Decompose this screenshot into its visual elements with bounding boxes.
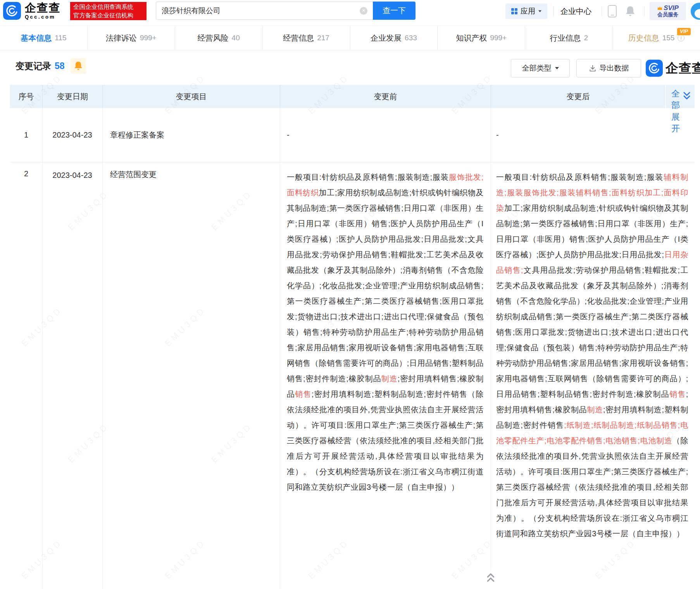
changed-text-highlight: 制造 [381,374,398,383]
enterprise-center-link[interactable]: 企业中心 [560,0,591,22]
tab-label: 行业信息 [550,33,581,43]
mobile-app-icon[interactable] [608,5,617,17]
collapse-row-control[interactable] [485,572,496,584]
tab-label: 基本信息 [21,33,52,43]
changed-text-highlight: 销售 [669,390,686,398]
search-button[interactable]: 查一下 [373,2,416,20]
tab-count: 999+ [140,34,157,42]
tab-企业发展[interactable]: 企业发展633 [350,26,438,50]
cell-date: 2023-04-23 [42,129,102,141]
col-header-item: 变更项目 [102,85,280,108]
divider [553,6,554,16]
export-data-button[interactable]: 导出数据 [576,59,641,78]
tab-经营信息[interactable]: 经营信息217 [262,26,350,50]
info-icon[interactable]: i [678,34,684,41]
qcc-brand[interactable]: 企查查 Qcc.com [25,2,61,20]
double-chevron-down-icon [682,91,691,134]
bell-icon [74,61,83,71]
brand-domain: Qcc.com [25,14,61,20]
changed-text-highlight: 制造 [587,405,603,414]
table-row: 12023-04-23章程修正案备案-- [10,108,695,162]
tab-label: 企业发展 [371,33,402,43]
notification-bell-icon[interactable] [625,5,636,19]
tab-count: 999+ [490,34,507,42]
tab-label: 法律诉讼 [106,33,137,43]
table-row: 22023-04-23经营范围变更一般项目:针纺织品及原料销售;服装制造;服装服… [10,162,695,541]
section-count: 58 [55,61,65,71]
column-divider [491,108,491,570]
tab-label: 经营信息 [283,33,314,43]
scope-text: 加工;家用纺织制成品制造;针织或钩针编织物及其制品制造;第一类医疗器械销售;日用… [287,188,484,383]
divider [602,6,602,16]
expand-all-label: 全部展开 [671,88,681,134]
scope-text: - [287,131,290,139]
search-input[interactable]: 浪莎针织有限公司 × [156,2,373,20]
apps-menu[interactable]: 应用 [505,3,547,19]
type-filter-dropdown[interactable]: 全部类型 [511,59,570,78]
scope-text: 文具用品批发;劳动保护用品销售;鞋帽批发;工艺美术品及收藏品批发（象牙及其制品除… [496,266,688,398]
scope-text: 加工;家用纺织制成品制造;针织或钩针编织物及其制品制造;第一类医疗器械销售;日用… [496,204,688,259]
col-header-after: 变更后 [491,85,665,108]
tab-行业信息[interactable]: 行业信息2 [525,26,612,50]
column-divider [280,108,280,589]
top-header: 企查查 Qcc.com 全国企业信用查询系统 官方备案企业征信机构 浪莎针织有限… [0,0,700,22]
mascot-icon[interactable] [691,3,700,20]
tab-知识产权[interactable]: 知识产权999+ [437,26,525,50]
tab-经营风险[interactable]: 经营风险40 [175,26,262,50]
divider [644,6,645,16]
expand-all-control[interactable]: 全部展开 [662,88,695,134]
tab-label: 经营风险 [198,33,229,43]
search-value: 浪莎针织有限公司 [162,6,360,16]
cell-no: 1 [10,131,42,140]
section-title: 变更记录 [16,60,51,72]
cell-no: 2 [10,162,42,178]
qcc-watermark-logo: 企查查 [646,59,700,78]
tab-count: 40 [232,34,240,42]
tab-count: 633 [405,34,417,42]
changed-text-highlight: 销售 [295,390,311,398]
scope-text: 一般项目:针纺织品及原料销售;服装制造;服装 [496,173,664,181]
svip-sub-label: 会员服务 [657,12,678,18]
chevron-down-icon [555,67,559,69]
tab-count: 217 [317,34,329,42]
export-label: 导出数据 [600,63,629,73]
credit-system-badge: 全国企业信用查询系统 官方备案企业征信机构 [70,2,147,20]
scope-text: （除依法须经批准的项目外,凭营业执照依法自主开展经营活动）。许可项目:医用口罩生… [496,436,688,538]
qcc-watermark-text: 企查查 [666,60,700,77]
cell-before: 一般项目:针纺织品及原料销售;服装制造;服装服饰批发;面料纺织加工;家用纺织制成… [280,162,491,495]
svip-member-service[interactable]: SVIP 会员服务 [650,2,686,20]
cell-before: - [280,131,491,140]
apps-label: 应用 [521,6,535,16]
qcc-logo-icon[interactable] [3,2,21,20]
double-chevron-up-icon [486,572,496,584]
tab-label: 知识产权 [456,33,487,43]
tab-count: 155 [662,34,675,42]
download-icon [589,64,597,72]
scope-text: - [496,131,499,139]
column-divider [102,108,103,589]
tab-label: 历史信息 [628,33,659,43]
tab-bar: 基本信息115法律诉讼999+经营风险40经营信息217企业发展633知识产权9… [0,26,700,50]
scope-text: ;密封用填料制造;塑料制品制造;密封件销售（除依法须经批准的项目外,凭营业执照依… [287,390,484,491]
tab-count: 2 [584,34,588,42]
cell-date: 2023-04-23 [42,162,102,181]
cell-change-item: 章程修正案备案 [102,130,280,140]
tab-历史信息[interactable]: 历史信息155iVIP [612,26,700,50]
table-header-row: 序号 变更日期 变更项目 变更前 变更后 [10,85,695,108]
clear-search-icon[interactable]: × [360,7,367,15]
svip-label: SVIP [664,5,679,12]
col-header-before: 变更前 [280,85,491,108]
table-body: 12023-04-23章程修正案备案--22023-04-23经营范围变更一般项… [10,108,695,541]
page: 企查查 Qcc.com 全国企业信用查询系统 官方备案企业征信机构 浪莎针织有限… [0,0,700,589]
col-header-date: 变更日期 [42,85,102,108]
tab-法律诉讼[interactable]: 法律诉讼999+ [87,26,175,50]
cell-change-item: 经营范围变更 [102,162,280,180]
apps-grid-icon [511,8,518,15]
follow-bell-button[interactable] [71,58,86,74]
tab-基本信息[interactable]: 基本信息115 [0,26,87,50]
crown-icon [657,6,663,10]
tab-count: 115 [55,34,66,42]
column-divider [42,108,43,589]
change-records-table: 序号 变更日期 变更项目 变更前 变更后 全部展开 12023-04-23章程修… [10,85,695,589]
badge-line-2: 官方备案企业征信机构 [73,11,147,20]
